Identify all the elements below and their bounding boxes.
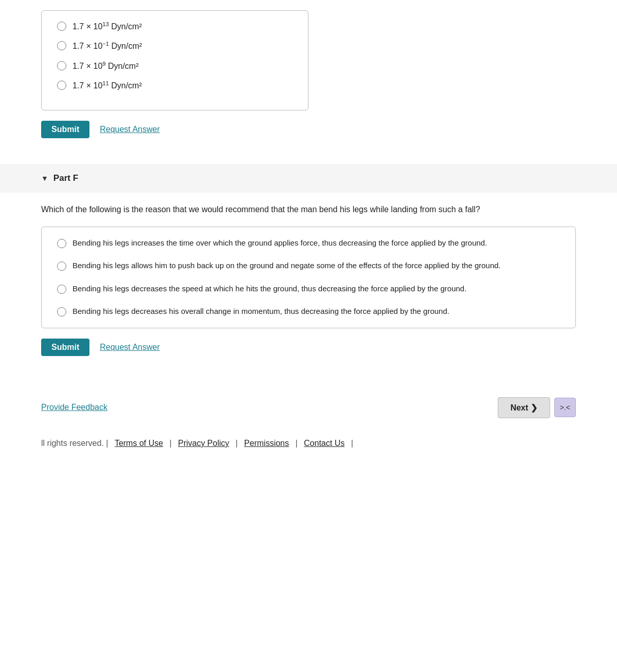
- radio-label-4: 1.7 × 1011 Dyn/cm²: [72, 80, 142, 90]
- chevron-down-icon: ▼: [41, 174, 48, 182]
- radio-input-1[interactable]: [57, 22, 66, 31]
- part-f-radio-option-4[interactable]: Bending his legs decreases his overall c…: [57, 306, 560, 318]
- radio-label-3: 1.7 × 109 Dyn/cm²: [72, 61, 139, 71]
- radio-input-3[interactable]: [57, 61, 66, 70]
- footer-links: ll rights reserved. | Terms of Use | Pri…: [0, 428, 617, 458]
- footer-nav: Provide Feedback Next ❯ >.<: [0, 382, 617, 428]
- top-submit-row: Submit Request Answer: [41, 121, 576, 138]
- part-f-radio-input-3[interactable]: [57, 285, 66, 294]
- rights-text: ll rights reserved.: [41, 439, 104, 447]
- next-button[interactable]: Next ❯: [498, 397, 550, 418]
- footer-separator-2: |: [170, 439, 174, 447]
- part-f-radio-input-1[interactable]: [57, 239, 66, 248]
- provide-feedback-link[interactable]: Provide Feedback: [41, 403, 107, 412]
- part-f-label: Part F: [53, 173, 78, 183]
- part-f-radio-label-3: Bending his legs decreases the speed at …: [72, 283, 466, 295]
- part-f-radio-option-1[interactable]: Bending his legs increases the time over…: [57, 237, 560, 249]
- top-section: 1.7 × 1013 Dyn/cm² 1.7 × 10−1 Dyn/cm² 1.…: [0, 0, 617, 164]
- part-f-radio-option-3[interactable]: Bending his legs decreases the speed at …: [57, 283, 560, 295]
- part-f-answer-box: Bending his legs increases the time over…: [41, 227, 576, 328]
- footer-separator-5: |: [351, 439, 353, 447]
- top-request-answer-link[interactable]: Request Answer: [100, 125, 160, 134]
- privacy-policy-link[interactable]: Privacy Policy: [178, 439, 229, 447]
- part-f-radio-input-4[interactable]: [57, 307, 66, 316]
- radio-option-4[interactable]: 1.7 × 1011 Dyn/cm²: [57, 80, 293, 90]
- part-f-radio-label-1: Bending his legs increases the time over…: [72, 237, 487, 249]
- part-f-radio-label-2: Bending his legs allows him to push back…: [72, 260, 501, 272]
- footer-separator-4: |: [295, 439, 300, 447]
- radio-option-2[interactable]: 1.7 × 10−1 Dyn/cm²: [57, 41, 293, 51]
- radio-option-3[interactable]: 1.7 × 109 Dyn/cm²: [57, 61, 293, 71]
- part-f-radio-label-4: Bending his legs decreases his overall c…: [72, 306, 449, 318]
- footer-separator-3: |: [235, 439, 240, 447]
- part-f-request-answer-link[interactable]: Request Answer: [100, 343, 160, 352]
- radio-input-4[interactable]: [57, 81, 66, 90]
- part-f-content: Which of the following is the reason tha…: [0, 193, 617, 382]
- radio-input-2[interactable]: [57, 41, 66, 50]
- radio-label-2: 1.7 × 10−1 Dyn/cm²: [72, 41, 142, 51]
- top-answer-box: 1.7 × 1013 Dyn/cm² 1.7 × 10−1 Dyn/cm² 1.…: [41, 10, 308, 110]
- part-f-radio-input-2[interactable]: [57, 262, 66, 271]
- radio-option-1[interactable]: 1.7 × 1013 Dyn/cm²: [57, 21, 293, 31]
- permissions-link[interactable]: Permissions: [244, 439, 289, 447]
- contact-us-link[interactable]: Contact Us: [304, 439, 344, 447]
- collapse-button[interactable]: >.<: [554, 398, 576, 417]
- nav-right: Next ❯ >.<: [498, 397, 576, 418]
- part-f-section-header: ▼ Part F: [0, 164, 617, 193]
- part-f-radio-option-2[interactable]: Bending his legs allows him to push back…: [57, 260, 560, 272]
- part-f-submit-row: Submit Request Answer: [41, 339, 576, 356]
- radio-label-1: 1.7 × 1013 Dyn/cm²: [72, 21, 142, 31]
- part-f-submit-button[interactable]: Submit: [41, 339, 89, 356]
- part-f-question: Which of the following is the reason tha…: [41, 203, 576, 216]
- terms-of-use-link[interactable]: Terms of Use: [115, 439, 163, 447]
- top-submit-button[interactable]: Submit: [41, 121, 89, 138]
- footer-separator-1: |: [106, 439, 111, 447]
- part-f-header[interactable]: ▼ Part F: [41, 173, 576, 183]
